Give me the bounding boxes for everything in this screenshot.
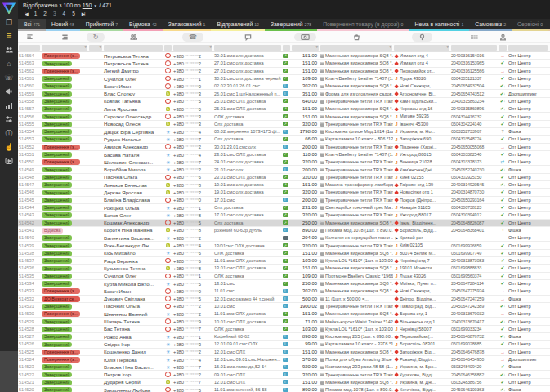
- filter-company[interactable]: [508, 45, 548, 51]
- table-row[interactable]: 514554 Завершений Дацюк Віра Сергіївна +…: [18, 128, 550, 136]
- filter-phone[interactable]: [173, 45, 212, 51]
- info-icon[interactable]: ⓘ: [0, 126, 18, 140]
- table-row[interactable]: 514545 Завершений Благіна Владіслава +38…: [18, 197, 550, 204]
- status-list-icon[interactable]: [41, 33, 88, 41]
- table-row[interactable]: 514537 Завершений Раца Вероніка +380 ** …: [18, 257, 550, 265]
- status-tab[interactable]: Відправлений 12: [211, 19, 265, 31]
- filter-product[interactable]: [320, 45, 392, 51]
- table-row[interactable]: 514532 ДО Возврат ск... Дукович Світлана…: [18, 296, 550, 303]
- filter-id[interactable]: [19, 45, 40, 51]
- filter-price[interactable]: [292, 45, 319, 51]
- location-pin-icon[interactable]: [393, 33, 450, 42]
- table-row[interactable]: 514548 Завершений Пасічна Ольга +380 ** …: [18, 174, 550, 181]
- filter-status[interactable]: [42, 45, 87, 51]
- table-row[interactable]: 514536 Завершений Кузьменко Тетяна +380 …: [18, 265, 550, 272]
- status-tab[interactable]: Завершений 278: [265, 19, 317, 31]
- table-row[interactable]: 514540 Завершений Валентина Васильє... +…: [18, 234, 550, 242]
- clients-icon[interactable]: [0, 42, 18, 56]
- form-icon[interactable]: [18, 33, 41, 41]
- status-tab[interactable]: Новий 48: [46, 19, 80, 31]
- table-row[interactable]: 514524 Повернення (з... Юлія Первова +38…: [18, 356, 550, 363]
- table-row[interactable]: 514522 Завершений Петров Ігор +380 ** **…: [18, 371, 550, 378]
- chevron-down-icon[interactable]: ▼: [93, 3, 97, 8]
- filter-note[interactable]: [214, 45, 281, 51]
- status-tab[interactable]: Всі 471: [18, 19, 46, 31]
- customers-icon[interactable]: [103, 33, 163, 41]
- table-row[interactable]: 514556 Завершений Сиротюк Олександр +380…: [18, 113, 550, 120]
- barcode-icon[interactable]: [450, 33, 498, 41]
- filter-source[interactable]: [164, 45, 172, 51]
- table-row[interactable]: 514542 Завершений Кошмак Александр +380 …: [18, 220, 550, 227]
- phone-icon[interactable]: ☎: [172, 33, 213, 42]
- callback-icon[interactable]: ↻: [88, 33, 103, 42]
- table-row[interactable]: 514543 Завершений Бєлов Олег +380 ** ***…: [18, 212, 550, 219]
- status-tab[interactable]: Самовивіз 2: [469, 19, 512, 31]
- table-row[interactable]: 514528 Завершений Бас Тетяна +380 ** ***…: [18, 326, 550, 333]
- table-row[interactable]: 514541 Відмова Коротя Ніна Іванівна +380…: [18, 227, 550, 234]
- table-row[interactable]: 514530 Повернення (з... Шевченко Евгений…: [18, 310, 550, 318]
- table-row[interactable]: 514520 Завершений Захарченко Любовь +380…: [18, 386, 550, 392]
- table-row[interactable]: 514539 Завершений Роке-Бетанкурт Лін... …: [18, 242, 550, 249]
- table-row[interactable]: 514531 Завершений Пасічник Ольга +380 **…: [18, 303, 550, 310]
- table-row[interactable]: 514533 Повернення (з... Бокоч Иван +380 …: [18, 287, 550, 295]
- orders-icon[interactable]: ≣: [0, 29, 18, 42]
- video-tutorials-icon[interactable]: [0, 154, 18, 167]
- table-row[interactable]: 514552 Повернення (з... Авилов Александр…: [18, 144, 550, 151]
- page-number[interactable]: 1: [34, 11, 38, 16]
- status-tab[interactable]: Сервісні 0: [512, 19, 548, 31]
- settings-sliders-icon[interactable]: [0, 112, 18, 126]
- table-row[interactable]: 514555 Завершений Новосад Олеся +380 ** …: [18, 121, 550, 128]
- table-row[interactable]: 514535 Завершений Сучилов Олег +380 ** *…: [18, 273, 550, 280]
- table-row[interactable]: 514561 Завершений Сучилов Олег +380 ** *…: [18, 75, 550, 82]
- table-row[interactable]: 514521 Завершений Дударев Сергій +380 **…: [18, 379, 550, 386]
- table-row[interactable]: 514553 Завершений Рудько Наталья +380 **…: [18, 136, 550, 143]
- company-icon[interactable]: ⌂: [0, 56, 18, 70]
- page-size-dropdown[interactable]: 150: [83, 2, 92, 8]
- filter-payment[interactable]: [283, 45, 290, 51]
- status-tab[interactable]: Нема в наявності 1: [409, 19, 469, 31]
- table-row[interactable]: 514550 Повернення (з... Шелковин Олексан…: [18, 158, 550, 166]
- table-row[interactable]: 514547 Завершений Линьков Вячеслав +380 …: [18, 181, 550, 189]
- status-tab[interactable]: Запакований 1: [163, 19, 212, 31]
- table-row[interactable]: 514526 Завершений Свідро Ігор +380 ** **…: [18, 341, 550, 348]
- table-row[interactable]: 514557 Завершений Лила Ярослав +380 ** *…: [18, 105, 550, 113]
- filter-destination[interactable]: [394, 45, 449, 51]
- page-number[interactable]: 5: [72, 11, 75, 16]
- table-row[interactable]: 514527 Завершений Рожко Анна +380 ** ***…: [18, 333, 550, 341]
- page-number[interactable]: 2: [43, 11, 47, 16]
- first-page-button[interactable]: |◀: [25, 11, 28, 16]
- table-row[interactable]: 514563 Завершений Петровська Тетяна +380…: [18, 60, 550, 67]
- table-row[interactable]: 514560 Завершений Бокоч Иван +380 ** ***…: [18, 82, 550, 90]
- manager-icon[interactable]: [498, 33, 508, 41]
- page-number[interactable]: 3: [53, 11, 56, 16]
- table-row[interactable]: 514525 Повернення (з... Кошеленко Данил …: [18, 349, 550, 356]
- status-tab[interactable]: Відмова 42: [123, 19, 163, 31]
- page-number[interactable]: 4: [63, 11, 66, 16]
- table-row[interactable]: 514529 Завершений Шапарь Тетяна +380 ** …: [18, 318, 550, 325]
- marketing-icon[interactable]: [0, 84, 18, 98]
- table-row[interactable]: 514559 Завершений Влас Слотюу +380 ** **…: [18, 90, 550, 97]
- filter-tracking[interactable]: [451, 45, 497, 51]
- table-row[interactable]: 514562 Повернення (з... Легкий Дмитро +3…: [18, 68, 550, 75]
- status-tab[interactable]: Повернення товару (в дорозі) 0: [317, 19, 409, 31]
- money-icon[interactable]: [291, 33, 320, 41]
- table-row[interactable]: 514551 Завершений Басова Наталя +380 ** …: [18, 151, 550, 158]
- table-row[interactable]: 514546 Завершений Деркач Ярослав +380 **…: [18, 189, 550, 196]
- last-page-button[interactable]: ▶|: [82, 11, 85, 16]
- table-row[interactable]: 514534 Завершений Курта Микола Вікто... …: [18, 280, 550, 287]
- status-tab[interactable]: Прийнятий 7: [80, 19, 123, 31]
- filter-name[interactable]: [104, 45, 163, 51]
- table-row[interactable]: 514549 Завершений Воробйов Микола +380 *…: [18, 166, 550, 173]
- app-logo[interactable]: [2, 2, 16, 15]
- table-row[interactable]: 514538 Завершений Кісь Михайло +380 ** *…: [18, 250, 550, 257]
- table-row[interactable]: 514558 Завершений Ковпак Татьяна +380 **…: [18, 98, 550, 105]
- filter-flag[interactable]: [89, 45, 102, 51]
- stats-icon[interactable]: [0, 98, 18, 112]
- calls-icon[interactable]: ☏: [0, 70, 18, 84]
- dashboard-icon[interactable]: ❐: [0, 15, 18, 29]
- table-row[interactable]: 514564 Повернення (з... Петровська Тетян…: [18, 52, 550, 60]
- comment-icon[interactable]: [213, 33, 282, 41]
- cart-bag-icon[interactable]: [320, 33, 393, 41]
- support-hand-icon[interactable]: ☝: [0, 140, 18, 154]
- filter-track-status[interactable]: [499, 45, 507, 51]
